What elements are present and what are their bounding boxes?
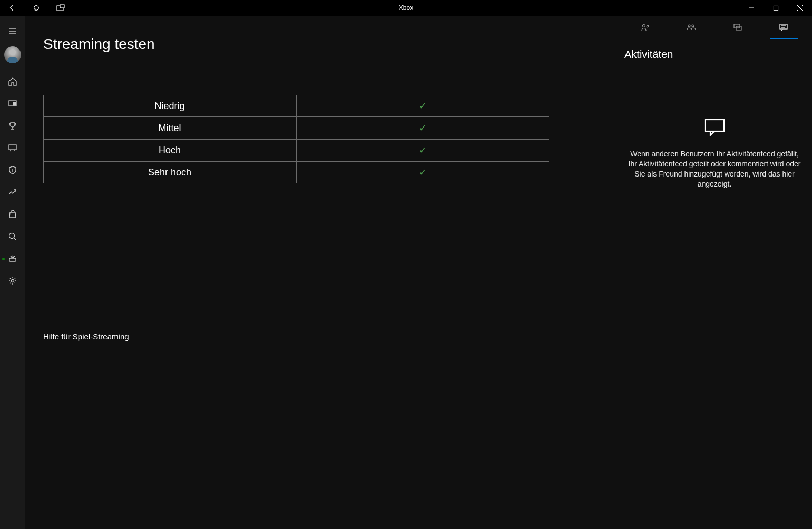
- nav-trending[interactable]: [0, 181, 25, 203]
- quality-label: Mittel: [43, 117, 296, 139]
- nav-hamburger[interactable]: [0, 20, 25, 42]
- svg-point-17: [642, 25, 645, 27]
- svg-rect-15: [9, 258, 16, 261]
- refresh-button[interactable]: [24, 0, 48, 16]
- messages-icon: [733, 23, 742, 32]
- svg-rect-26: [705, 120, 724, 131]
- right-tabs: [617, 16, 812, 39]
- quality-label: Niedrig: [43, 95, 296, 117]
- table-row: Hoch ✓: [43, 139, 549, 161]
- svg-rect-10: [13, 102, 16, 105]
- right-panel-heading: Aktivitäten: [617, 39, 812, 61]
- table-row: Mittel ✓: [43, 117, 549, 139]
- svg-point-13: [9, 233, 15, 239]
- hamburger-icon: [8, 26, 17, 36]
- minimize-button[interactable]: [739, 0, 764, 16]
- title-bar: Xbox: [0, 0, 812, 16]
- right-panel: Aktivitäten Wenn anderen Benutzern Ihr A…: [617, 16, 812, 529]
- help-link[interactable]: Hilfe für Spiel-Streaming: [43, 332, 129, 341]
- titlebar-left-controls: [0, 0, 73, 16]
- activity-empty-state: Wenn anderen Benutzern Ihr Aktivitätenfe…: [617, 119, 812, 189]
- activity-icon: [779, 23, 788, 32]
- trophy-icon: [8, 121, 17, 131]
- maximize-button[interactable]: [764, 0, 788, 16]
- tab-messages[interactable]: [715, 16, 761, 39]
- table-row: Niedrig ✓: [43, 95, 549, 117]
- nav-store[interactable]: [0, 203, 25, 226]
- nav-clubs[interactable]: [0, 159, 25, 181]
- nav-display[interactable]: [0, 93, 25, 115]
- quality-status: ✓: [296, 95, 549, 117]
- speech-bubble-icon: [704, 119, 725, 139]
- nav-avatar[interactable]: [4, 46, 21, 63]
- app-body: Streaming testen Niedrig ✓ Mittel ✓ Hoch…: [0, 16, 812, 529]
- back-button[interactable]: [0, 0, 24, 16]
- streaming-icon: [8, 254, 17, 263]
- nav-achievements[interactable]: [0, 115, 25, 137]
- tab-party[interactable]: [669, 16, 715, 39]
- maximize-icon: [773, 5, 779, 11]
- pip-icon: [56, 4, 65, 12]
- active-indicator: [2, 258, 5, 260]
- svg-point-20: [692, 25, 694, 27]
- tab-activity[interactable]: [761, 16, 807, 39]
- quality-label: Sehr hoch: [43, 161, 296, 183]
- window-controls: [739, 0, 812, 16]
- nav-home[interactable]: [0, 71, 25, 93]
- nav-search[interactable]: [0, 226, 25, 248]
- display-icon: [8, 99, 17, 109]
- quality-table: Niedrig ✓ Mittel ✓ Hoch ✓ Sehr hoch ✓: [43, 95, 549, 183]
- svg-rect-1: [60, 5, 64, 8]
- nav-captures[interactable]: [0, 137, 25, 159]
- shield-icon: [8, 165, 17, 175]
- refresh-icon: [33, 4, 40, 12]
- svg-rect-3: [774, 6, 778, 10]
- main-content: Streaming testen Niedrig ✓ Mittel ✓ Hoch…: [25, 16, 617, 529]
- store-icon: [8, 210, 17, 219]
- trend-icon: [8, 188, 17, 197]
- home-icon: [8, 77, 17, 86]
- svg-rect-23: [780, 24, 787, 29]
- arrow-left-icon: [8, 4, 16, 12]
- svg-rect-11: [9, 145, 16, 150]
- quality-status: ✓: [296, 139, 549, 161]
- page-title: Streaming testen: [43, 36, 599, 53]
- party-icon: [687, 23, 696, 32]
- chat-device-icon: [8, 143, 17, 153]
- search-icon: [8, 232, 17, 241]
- svg-point-19: [688, 25, 690, 27]
- activity-empty-message: Wenn anderen Benutzern Ihr Aktivitätenfe…: [625, 149, 804, 189]
- window-title: Xbox: [0, 4, 812, 12]
- svg-point-16: [12, 280, 14, 282]
- quality-label: Hoch: [43, 139, 296, 161]
- nav-settings[interactable]: [0, 270, 25, 292]
- quality-status: ✓: [296, 117, 549, 139]
- left-nav: [0, 16, 25, 529]
- check-icon: ✓: [419, 101, 427, 111]
- check-icon: ✓: [419, 167, 427, 178]
- close-button[interactable]: [788, 0, 812, 16]
- svg-line-14: [14, 238, 17, 241]
- check-icon: ✓: [419, 145, 427, 155]
- avatar-body: [7, 57, 18, 63]
- check-icon: ✓: [419, 123, 427, 133]
- minimize-icon: [748, 5, 755, 11]
- nav-streaming[interactable]: [0, 248, 25, 270]
- svg-point-18: [647, 25, 649, 27]
- close-icon: [797, 5, 803, 11]
- settings-icon: [8, 276, 17, 286]
- picture-in-picture-button[interactable]: [48, 0, 73, 16]
- tab-friends[interactable]: [622, 16, 669, 39]
- quality-status: ✓: [296, 161, 549, 183]
- friends-icon: [641, 23, 650, 32]
- table-row: Sehr hoch ✓: [43, 161, 549, 183]
- avatar-head: [9, 49, 16, 55]
